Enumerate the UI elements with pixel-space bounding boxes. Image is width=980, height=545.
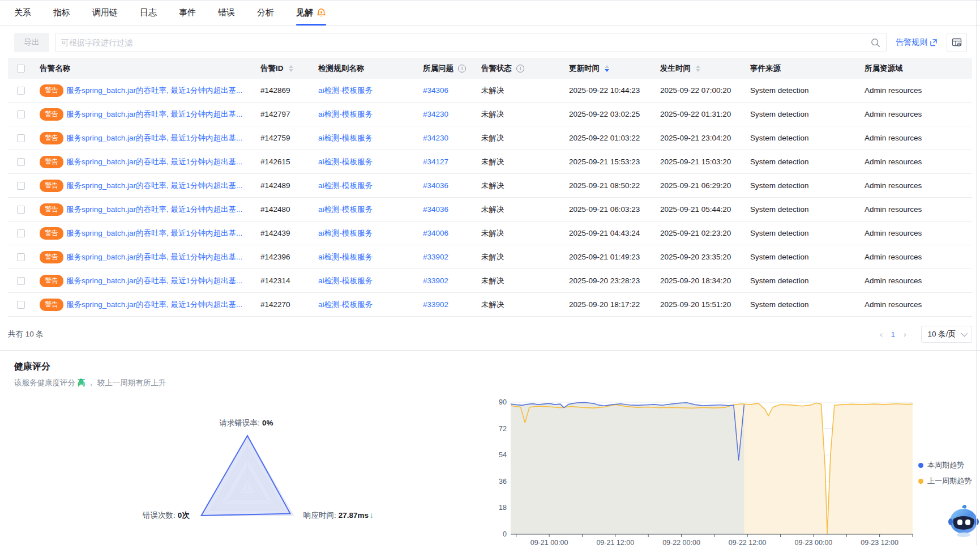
- column-label: 告警名称: [40, 63, 70, 74]
- severity-badge: 警告: [40, 132, 63, 144]
- alert-id-cell: #142396: [255, 253, 313, 261]
- alert-name-link[interactable]: 服务spring_batch.jar的吞吐率, 最近1分钟内超出基...: [66, 157, 242, 167]
- row-checkbox[interactable]: [17, 110, 25, 118]
- row-checkbox[interactable]: [17, 253, 25, 261]
- sort-asc-icon[interactable]: [289, 65, 293, 68]
- row-checkbox[interactable]: [17, 182, 25, 190]
- problem-link[interactable]: #34230: [423, 110, 448, 118]
- detection-rule-link[interactable]: ai检测-模板服务: [318, 300, 373, 310]
- alert-name-link[interactable]: 服务spring_batch.jar的吞吐率, 最近1分钟内超出基...: [66, 276, 242, 286]
- filter-input[interactable]: [61, 38, 871, 47]
- alert-name-link[interactable]: 服务spring_batch.jar的吞吐率, 最近1分钟内超出基...: [66, 252, 242, 262]
- sort-control[interactable]: [696, 65, 700, 72]
- next-page-button[interactable]: ›: [903, 329, 906, 340]
- sort-desc-icon[interactable]: [289, 69, 293, 72]
- prev-page-button[interactable]: ‹: [879, 329, 883, 340]
- tab-关系[interactable]: 关系: [14, 1, 31, 25]
- svg-text:72: 72: [499, 425, 507, 433]
- table-row: 警告服务spring_batch.jar的吞吐率, 最近1分钟内超出基...#1…: [8, 198, 972, 222]
- column-label: 检测规则名称: [318, 63, 364, 74]
- alert-rules-link[interactable]: 告警规则: [896, 37, 938, 48]
- sort-control[interactable]: [289, 65, 293, 72]
- tab-错误[interactable]: 错误: [218, 1, 235, 25]
- column-header-id[interactable]: 告警ID: [255, 63, 313, 74]
- filter-search-box[interactable]: [55, 33, 887, 52]
- problem-link[interactable]: #33902: [423, 276, 448, 285]
- sort-desc-icon[interactable]: [605, 69, 609, 72]
- svg-text:54: 54: [499, 451, 507, 459]
- page-scrollbar[interactable]: [976, 1, 977, 545]
- column-header-updated[interactable]: 更新时间: [563, 63, 654, 74]
- updated-time-cell: 2025-09-22 01:03:22: [563, 134, 654, 142]
- tab-label: 见解: [296, 7, 313, 18]
- detection-rule-link[interactable]: ai检测-模板服务: [318, 181, 373, 191]
- column-label: 告警状态: [481, 63, 512, 74]
- info-icon[interactable]: i: [516, 65, 524, 73]
- alert-bell-icon: [316, 8, 326, 18]
- search-icon[interactable]: [871, 38, 880, 48]
- row-checkbox[interactable]: [17, 158, 25, 166]
- alert-name-link[interactable]: 服务spring_batch.jar的吞吐率, 最近1分钟内超出基...: [66, 228, 242, 239]
- problem-cell: #34036: [417, 181, 476, 190]
- row-checkbox[interactable]: [17, 206, 25, 214]
- row-checkbox[interactable]: [17, 229, 25, 237]
- page-size-select[interactable]: 10 条/页: [921, 326, 972, 343]
- tab-分析[interactable]: 分析: [257, 1, 274, 25]
- tab-label: 调用链: [92, 7, 118, 18]
- tab-指标[interactable]: 指标: [53, 1, 70, 25]
- resource-domain-cell: Admin resources: [859, 229, 972, 237]
- select-all-checkbox[interactable]: [17, 65, 25, 73]
- info-icon[interactable]: i: [458, 65, 466, 73]
- status-cell: 未解决: [476, 86, 563, 96]
- export-button[interactable]: 导出: [14, 33, 49, 52]
- column-label: 所属问题: [423, 63, 453, 74]
- problem-link[interactable]: #33902: [423, 300, 448, 309]
- detection-rule-link[interactable]: ai检测-模板服务: [318, 276, 373, 286]
- row-checkbox[interactable]: [17, 134, 25, 142]
- problem-link[interactable]: #34127: [423, 157, 448, 166]
- sort-asc-icon[interactable]: [605, 65, 609, 68]
- row-select-cell: [8, 277, 34, 285]
- alert-name-link[interactable]: 服务spring_batch.jar的吞吐率, 最近1分钟内超出基...: [66, 205, 242, 215]
- alert-name-link[interactable]: 服务spring_batch.jar的吞吐率, 最近1分钟内超出基...: [66, 181, 242, 191]
- column-settings-button[interactable]: [947, 33, 967, 52]
- problem-cell: #34127: [417, 157, 476, 166]
- alert-name-link[interactable]: 服务spring_batch.jar的吞吐率, 最近1分钟内超出基...: [66, 86, 242, 96]
- detection-rule-link[interactable]: ai检测-模板服务: [318, 205, 373, 215]
- detection-rule-link[interactable]: ai检测-模板服务: [318, 133, 373, 143]
- legend-current-period[interactable]: 本周期趋势: [918, 460, 964, 470]
- tab-事件[interactable]: 事件: [179, 1, 196, 25]
- sort-desc-icon[interactable]: [696, 69, 700, 72]
- detection-rule-link[interactable]: ai检测-模板服务: [318, 109, 373, 120]
- alert-name-link[interactable]: 服务spring_batch.jar的吞吐率, 最近1分钟内超出基...: [66, 300, 242, 310]
- problem-link[interactable]: #33902: [423, 253, 448, 261]
- problem-link[interactable]: #34006: [423, 229, 448, 237]
- problem-link[interactable]: #34036: [423, 181, 448, 190]
- column-header-status[interactable]: 告警状态i: [476, 63, 563, 74]
- alert-name-link[interactable]: 服务spring_batch.jar的吞吐率, 最近1分钟内超出基...: [66, 109, 242, 120]
- problem-link[interactable]: #34306: [423, 86, 448, 95]
- detection-rule-link[interactable]: ai检测-模板服务: [318, 252, 373, 262]
- row-checkbox[interactable]: [17, 301, 25, 309]
- alert-name-cell: 警告服务spring_batch.jar的吞吐率, 最近1分钟内超出基...: [34, 108, 255, 121]
- table-row: 警告服务spring_batch.jar的吞吐率, 最近1分钟内超出基...#1…: [8, 269, 972, 293]
- problem-link[interactable]: #34230: [423, 134, 448, 142]
- occurred-time-cell: 2025-09-21 23:04:20: [654, 134, 744, 142]
- tab-调用链[interactable]: 调用链: [92, 1, 118, 25]
- ai-assistant-button[interactable]: [947, 503, 980, 538]
- detection-rule-link[interactable]: ai检测-模板服务: [318, 157, 373, 167]
- legend-previous-period[interactable]: 上一周期趋势: [918, 476, 972, 486]
- alert-name-link[interactable]: 服务spring_batch.jar的吞吐率, 最近1分钟内超出基...: [66, 133, 242, 143]
- sort-control[interactable]: [605, 65, 609, 72]
- row-checkbox[interactable]: [17, 277, 25, 285]
- problem-link[interactable]: #34036: [423, 205, 448, 214]
- tab-见解[interactable]: 见解: [296, 1, 326, 25]
- current-page[interactable]: 1: [891, 330, 896, 339]
- detection-rule-link[interactable]: ai检测-模板服务: [318, 228, 373, 239]
- tab-日志[interactable]: 日志: [140, 1, 157, 25]
- sort-asc-icon[interactable]: [696, 65, 700, 68]
- column-header-occurred[interactable]: 发生时间: [654, 63, 744, 74]
- column-header-problem[interactable]: 所属问题i: [417, 63, 476, 74]
- row-checkbox[interactable]: [17, 87, 25, 95]
- detection-rule-link[interactable]: ai检测-模板服务: [318, 86, 373, 96]
